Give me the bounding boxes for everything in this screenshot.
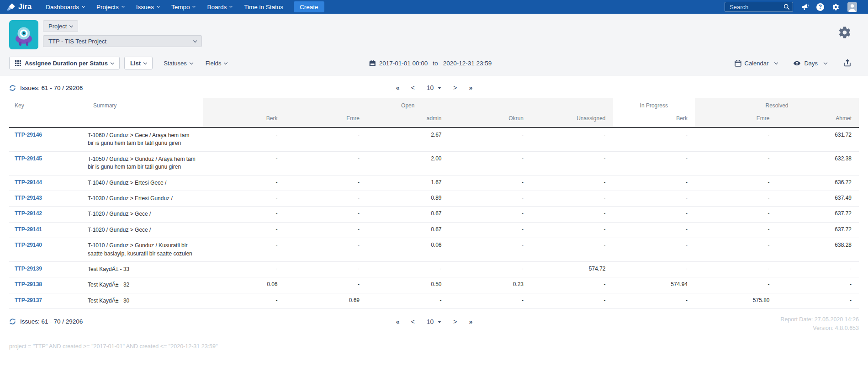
page-size-dropdown[interactable]: 10 — [427, 318, 442, 325]
chevron-down-icon — [192, 5, 196, 8]
pagination-next[interactable]: > — [453, 318, 457, 325]
calendar-mode-dropdown[interactable]: Calendar — [728, 60, 784, 67]
pagination-first[interactable]: « — [396, 318, 399, 325]
search-box[interactable] — [725, 2, 793, 12]
report-content: Issues: 61 - 70 / 29206 « < 10 > » KeySu… — [0, 84, 868, 350]
pagination-bottom: « < 10 > » — [396, 318, 472, 325]
triangle-down-icon — [438, 87, 441, 89]
nav-item-issues[interactable]: Issues — [130, 0, 165, 14]
project-type-dropdown[interactable]: Project — [43, 20, 78, 32]
date-range-picker[interactable]: 2017-01-01 00:00 to 2020-12-31 23:59 — [369, 60, 492, 67]
table-row: TTP-29137Test KaydÄ± - 30-0.69----575.80… — [9, 293, 859, 308]
chevron-down-icon — [111, 60, 114, 64]
nav-item-tempo[interactable]: Tempo — [165, 0, 201, 14]
issue-summary: Test KaydÄ± - 30 — [88, 293, 203, 308]
pagination-next[interactable]: > — [453, 84, 457, 91]
status-group-header: Resolved — [695, 98, 859, 112]
duration-cell: 0.06 — [203, 277, 285, 293]
issue-key-link[interactable]: TTP-29143 — [15, 195, 42, 201]
gear-icon[interactable] — [832, 3, 840, 11]
settings-gear-icon[interactable] — [838, 20, 852, 41]
date-to: 2020-12-31 23:59 — [443, 60, 492, 67]
user-avatar[interactable] — [847, 2, 857, 12]
statuses-label: Statuses — [164, 60, 187, 67]
nav-item-boards[interactable]: Boards — [201, 0, 238, 14]
pagination-first[interactable]: « — [396, 84, 399, 91]
duration-cell: 0.67 — [367, 207, 449, 222]
chevron-down-icon — [143, 60, 147, 64]
issues-counter-text: Issues: 61 - 70 / 29206 — [20, 318, 83, 325]
project-select[interactable]: TTP - TIS Test Project — [43, 35, 202, 47]
date-from: 2017-01-01 00:00 — [379, 60, 428, 67]
issue-key-link[interactable]: TTP-29141 — [15, 226, 42, 233]
fields-dropdown[interactable]: Fields — [199, 60, 234, 67]
statuses-dropdown[interactable]: Statuses — [157, 60, 199, 67]
issue-key-link[interactable]: TTP-29139 — [15, 266, 42, 272]
duration-cell: - — [285, 277, 367, 293]
nav-item-time-in-status[interactable]: Time in Status — [238, 0, 289, 14]
pagination-last[interactable]: » — [469, 318, 472, 325]
search-input[interactable] — [729, 3, 783, 11]
duration-cell: - — [695, 277, 777, 293]
issue-key-link[interactable]: TTP-29144 — [15, 179, 42, 186]
issue-summary: T-1050 / Gunduz > Gunduz / Araya hem tam… — [88, 151, 203, 175]
issue-key-cell: TTP-29139 — [9, 261, 88, 277]
duration-cell: - — [531, 175, 613, 191]
duration-cell: 2.67 — [367, 128, 449, 151]
fields-label: Fields — [206, 60, 222, 67]
issue-key-link[interactable]: TTP-29145 — [15, 155, 42, 162]
pagination-top: « < 10 > » — [396, 84, 472, 91]
issue-key-link[interactable]: TTP-29140 — [15, 242, 42, 248]
search-icon — [783, 4, 790, 10]
duration-cell: 0.69 — [285, 293, 367, 308]
report-type-dropdown[interactable]: Assignee Duration per Status — [9, 57, 120, 69]
create-button[interactable]: Create — [294, 1, 324, 12]
pagination-prev[interactable]: < — [411, 318, 415, 325]
duration-cell: - — [285, 238, 367, 262]
duration-cell: - — [695, 191, 777, 206]
assignee-column-header: Berk — [203, 112, 285, 128]
duration-cell: - — [613, 151, 695, 175]
jira-logo[interactable]: Jira — [6, 2, 32, 12]
column-header-key: Key — [9, 98, 88, 128]
duration-cell: - — [203, 191, 285, 206]
duration-cell: - — [203, 128, 285, 151]
unit-dropdown[interactable]: Days — [787, 59, 833, 67]
export-icon[interactable] — [843, 59, 852, 67]
assignee-column-header: Okrun — [449, 112, 531, 128]
page-size-value: 10 — [427, 318, 434, 325]
refresh-icon[interactable] — [9, 318, 16, 325]
refresh-icon[interactable] — [9, 85, 16, 91]
issue-key-link[interactable]: TTP-29142 — [15, 210, 42, 217]
issue-summary: T-1020 / Gunduz > Gece / — [88, 207, 203, 222]
page-size-dropdown[interactable]: 10 — [427, 84, 442, 91]
duration-cell: - — [613, 238, 695, 262]
help-icon[interactable]: ? — [816, 3, 824, 11]
view-dropdown[interactable]: List — [124, 57, 153, 69]
issues-counter-top: Issues: 61 - 70 / 29206 — [9, 85, 83, 91]
duration-cell: - — [203, 261, 285, 277]
issue-key-link[interactable]: TTP-29138 — [15, 281, 42, 287]
duration-report-table: KeySummaryOpenIn ProgressResolvedBerkEmr… — [9, 98, 859, 309]
issue-key-link[interactable]: TTP-29137 — [15, 297, 42, 303]
issue-key-cell: TTP-29143 — [9, 191, 88, 206]
duration-cell: 0.67 — [367, 222, 449, 238]
duration-cell: - — [203, 293, 285, 308]
issue-key-cell: TTP-29140 — [9, 238, 88, 262]
nav-item-projects[interactable]: Projects — [90, 0, 130, 14]
issue-key-link[interactable]: TTP-29146 — [15, 132, 42, 138]
duration-cell: 638.28 — [777, 238, 859, 262]
nav-item-dashboards[interactable]: Dashboards — [40, 0, 90, 14]
pagination-prev[interactable]: < — [411, 84, 415, 91]
duration-cell: - — [531, 207, 613, 222]
duration-cell: - — [449, 191, 531, 206]
pagination-last[interactable]: » — [469, 84, 472, 91]
duration-cell: - — [449, 238, 531, 262]
duration-cell: - — [203, 175, 285, 191]
table-row: TTP-29143T-1030 / Gunduz > Ertesi Gunduz… — [9, 191, 859, 206]
duration-cell: - — [531, 277, 613, 293]
duration-cell: - — [449, 207, 531, 222]
duration-cell: - — [531, 128, 613, 151]
announcement-icon[interactable] — [801, 3, 809, 11]
date-to-word: to — [431, 60, 439, 67]
